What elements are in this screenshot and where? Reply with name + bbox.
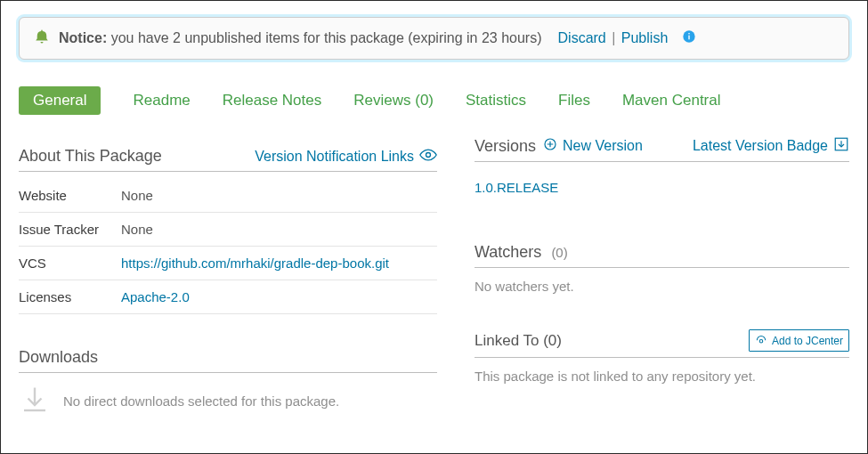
tab-release-notes[interactable]: Release Notes bbox=[223, 92, 322, 109]
about-table: WebsiteNone Issue TrackerNone VCShttps:/… bbox=[19, 179, 437, 314]
license-link[interactable]: Apache-2.0 bbox=[121, 289, 190, 304]
linked-empty: This package is not linked to any reposi… bbox=[475, 369, 849, 384]
new-version-link[interactable]: New Version bbox=[543, 137, 643, 155]
linked-title: Linked To (0) bbox=[475, 332, 562, 350]
tab-maven-central[interactable]: Maven Central bbox=[622, 92, 721, 109]
add-to-jcenter-button[interactable]: Add to JCenter bbox=[749, 329, 849, 352]
discard-link[interactable]: Discard bbox=[558, 30, 606, 45]
download-box-icon bbox=[833, 136, 849, 156]
notice-bar: Notice: you have 2 unpublished items for… bbox=[19, 17, 849, 60]
table-row: VCShttps://github.com/mrhaki/gradle-dep-… bbox=[19, 247, 437, 280]
versions-title: Versions bbox=[475, 137, 536, 156]
issue-val: None bbox=[121, 213, 437, 247]
tab-general[interactable]: General bbox=[19, 86, 101, 115]
download-icon bbox=[19, 384, 51, 418]
tabs: General Readme Release Notes Reviews (0)… bbox=[19, 92, 849, 109]
plus-circle-icon bbox=[543, 137, 557, 155]
latest-version-badge[interactable]: Latest Version Badge bbox=[693, 136, 849, 156]
downloads-empty-row: No direct downloads selected for this pa… bbox=[19, 384, 437, 418]
separator: | bbox=[608, 30, 620, 45]
notice-label: Notice: bbox=[59, 30, 107, 45]
watchers-title: Watchers bbox=[475, 243, 541, 261]
vcs-link[interactable]: https://github.com/mrhaki/gradle-dep-boo… bbox=[121, 255, 389, 271]
link-icon bbox=[755, 333, 767, 348]
svg-point-3 bbox=[426, 152, 431, 157]
table-row: Issue TrackerNone bbox=[19, 213, 437, 247]
website-val: None bbox=[121, 179, 437, 213]
table-row: LicensesApache-2.0 bbox=[19, 280, 437, 314]
licenses-key: Licenses bbox=[19, 280, 121, 314]
about-header: About This Package Version Notification … bbox=[19, 142, 437, 172]
vcs-key: VCS bbox=[19, 247, 121, 280]
bell-icon bbox=[34, 28, 50, 48]
tab-readme[interactable]: Readme bbox=[133, 92, 190, 109]
svg-point-6 bbox=[759, 340, 763, 344]
watchers-header: Watchers (0) bbox=[475, 238, 849, 268]
issue-key: Issue Tracker bbox=[19, 213, 121, 247]
publish-link[interactable]: Publish bbox=[621, 30, 668, 45]
tab-statistics[interactable]: Statistics bbox=[466, 92, 526, 109]
watchers-count: (0) bbox=[551, 245, 567, 260]
eye-icon bbox=[419, 149, 437, 165]
version-notification-links[interactable]: Version Notification Links bbox=[255, 149, 437, 165]
svg-rect-1 bbox=[689, 36, 690, 40]
linked-header: Linked To (0) Add to JCenter bbox=[475, 324, 849, 358]
downloads-title: Downloads bbox=[19, 343, 437, 373]
notice-text: Notice: you have 2 unpublished items for… bbox=[59, 30, 542, 46]
versions-header: Versions New Version Latest Version Badg… bbox=[475, 131, 849, 162]
watchers-empty: No watchers yet. bbox=[475, 279, 849, 294]
about-title: About This Package bbox=[19, 147, 162, 166]
downloads-empty-text: No direct downloads selected for this pa… bbox=[63, 393, 339, 409]
info-icon[interactable] bbox=[682, 29, 696, 47]
website-key: Website bbox=[19, 179, 121, 213]
svg-rect-2 bbox=[689, 33, 690, 34]
version-item[interactable]: 1.0.RELEASE bbox=[475, 180, 558, 195]
table-row: WebsiteNone bbox=[19, 179, 437, 213]
tab-reviews[interactable]: Reviews (0) bbox=[353, 92, 434, 109]
tab-files[interactable]: Files bbox=[558, 92, 590, 109]
